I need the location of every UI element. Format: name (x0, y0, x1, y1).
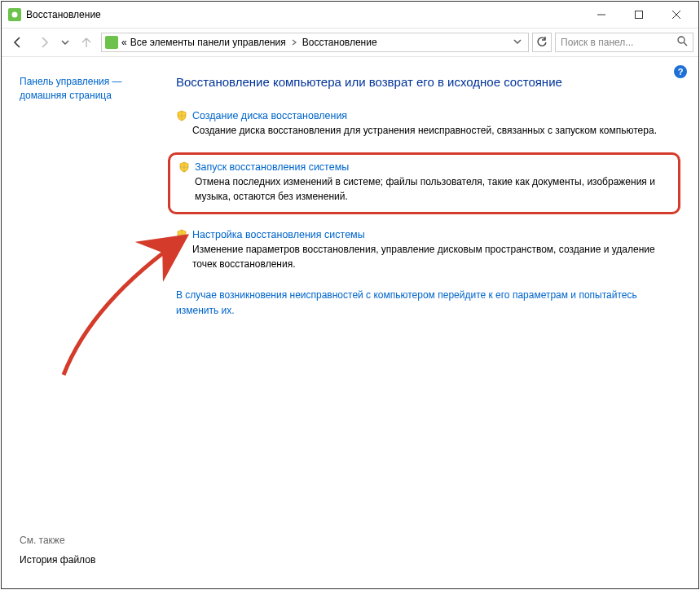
help-icon[interactable]: ? (674, 65, 687, 78)
create-recovery-disk-desc: Создание диска восстановления для устран… (176, 124, 676, 138)
forward-button[interactable] (33, 31, 55, 54)
svg-rect-2 (636, 11, 643, 19)
system-restore-link[interactable]: Запуск восстановления системы (195, 161, 349, 173)
breadcrumb-all-items[interactable]: Все элементы панели управления (130, 37, 286, 48)
search-icon (677, 36, 688, 49)
svg-point-5 (678, 37, 685, 43)
search-input[interactable]: Поиск в панел... (555, 33, 693, 52)
shield-icon (176, 229, 187, 240)
configure-restore-desc: Изменение параметров восстановления, упр… (176, 243, 676, 271)
shield-icon (178, 161, 190, 173)
window-title: Восстановление (26, 9, 101, 20)
body: Панель управления — домашняя страница См… (2, 57, 698, 588)
close-button[interactable] (658, 2, 695, 28)
item-system-restore: Запуск восстановления системы Отмена пос… (168, 152, 680, 214)
item-create-recovery-disk: Создание диска восстановления Создание д… (173, 110, 679, 138)
control-panel-home-link[interactable]: Панель управления — домашняя страница (20, 75, 156, 103)
svg-line-6 (684, 42, 687, 46)
recent-dropdown[interactable] (59, 31, 72, 54)
sidebar: Панель управления — домашняя страница См… (2, 57, 165, 588)
address-bar[interactable]: « Все элементы панели управления Восстан… (101, 33, 529, 52)
up-button[interactable] (75, 31, 98, 54)
refresh-button[interactable] (532, 33, 552, 52)
system-restore-desc: Отмена последних изменений в системе; фа… (178, 175, 670, 204)
titlebar: Восстановление (2, 2, 698, 28)
chevron-right-icon[interactable] (289, 37, 299, 48)
page-title: Восстановление компьютера или возврат ег… (176, 75, 679, 89)
search-placeholder: Поиск в панел... (561, 37, 633, 48)
maximize-button[interactable] (620, 2, 658, 28)
window: Восстановление « Все э (1, 1, 699, 589)
window-controls (583, 2, 695, 28)
main: ? Восстановление компьютера или возврат … (165, 57, 698, 588)
sidebar-bottom: См. также История файлов (20, 535, 156, 580)
breadcrumb-prefix: « (121, 37, 127, 48)
create-recovery-disk-link[interactable]: Создание диска восстановления (192, 110, 347, 121)
breadcrumb-recovery[interactable]: Восстановление (302, 37, 377, 48)
address-icon (105, 36, 118, 49)
app-icon (8, 8, 21, 21)
file-history-link[interactable]: История файлов (20, 554, 156, 566)
shield-icon (176, 110, 187, 121)
item-configure-restore: Настройка восстановления системы Изменен… (173, 229, 679, 271)
see-also-label: См. также (20, 535, 156, 546)
navbar: « Все элементы панели управления Восстан… (2, 28, 698, 57)
svg-point-0 (12, 12, 18, 18)
address-history-dropdown[interactable] (510, 37, 525, 48)
pc-settings-link[interactable]: В случае возникновения неисправностей с … (173, 288, 679, 318)
configure-restore-link[interactable]: Настройка восстановления системы (192, 229, 365, 240)
minimize-button[interactable] (583, 2, 620, 28)
back-button[interactable] (7, 31, 29, 54)
